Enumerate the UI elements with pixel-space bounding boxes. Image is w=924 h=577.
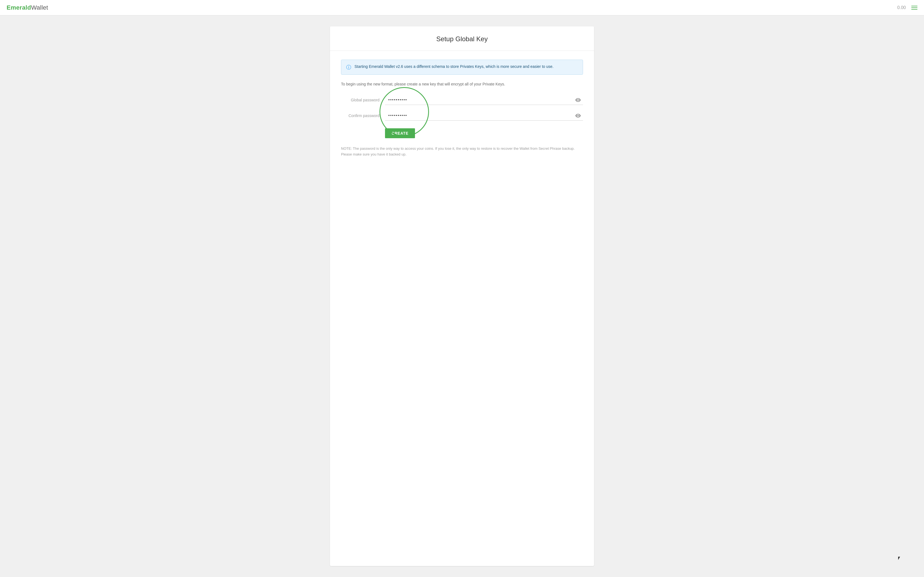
card-title-section: Setup Global Key xyxy=(330,26,594,51)
confirm-password-row: Confirm password xyxy=(341,110,583,121)
logo-emerald: Emerald xyxy=(6,4,31,11)
create-button[interactable]: CREATE xyxy=(385,128,415,138)
logo-wallet: Wallet xyxy=(31,4,48,11)
hamburger-line-2 xyxy=(911,7,918,8)
hamburger-line-1 xyxy=(911,6,918,6)
global-password-label: Global password xyxy=(341,98,385,102)
main-content: Setup Global Key ⓘ Starting Emerald Wall… xyxy=(0,15,924,577)
header-right: 0.00 xyxy=(897,5,918,10)
info-banner-text: Starting Emerald Wallet v2.6 uses a diff… xyxy=(354,64,554,69)
info-banner: ⓘ Starting Emerald Wallet v2.6 uses a di… xyxy=(341,60,583,75)
global-password-input-wrapper xyxy=(385,95,583,105)
info-icon: ⓘ xyxy=(346,64,351,71)
confirm-password-label: Confirm password xyxy=(341,113,385,118)
global-password-input[interactable] xyxy=(385,95,583,105)
global-password-row: Global password xyxy=(341,95,583,105)
app-logo: Emerald Wallet xyxy=(6,4,48,11)
confirm-password-input[interactable] xyxy=(385,110,583,121)
menu-button[interactable] xyxy=(911,6,918,10)
note-text: NOTE: The password is the only way to ac… xyxy=(341,146,583,158)
balance-display: 0.00 xyxy=(897,5,906,10)
app-header: Emerald Wallet 0.00 xyxy=(0,0,924,15)
setup-form: Global password Confirm password xyxy=(341,95,583,138)
hamburger-line-3 xyxy=(911,9,918,10)
global-password-toggle-icon[interactable] xyxy=(575,98,581,102)
confirm-password-toggle-icon[interactable] xyxy=(575,114,581,118)
card-body: ⓘ Starting Emerald Wallet v2.6 uses a di… xyxy=(330,51,594,168)
confirm-password-input-wrapper xyxy=(385,110,583,121)
description-text: To begin using the new format, please cr… xyxy=(341,81,583,87)
setup-card: Setup Global Key ⓘ Starting Emerald Wall… xyxy=(330,26,594,566)
page-title: Setup Global Key xyxy=(341,35,583,43)
